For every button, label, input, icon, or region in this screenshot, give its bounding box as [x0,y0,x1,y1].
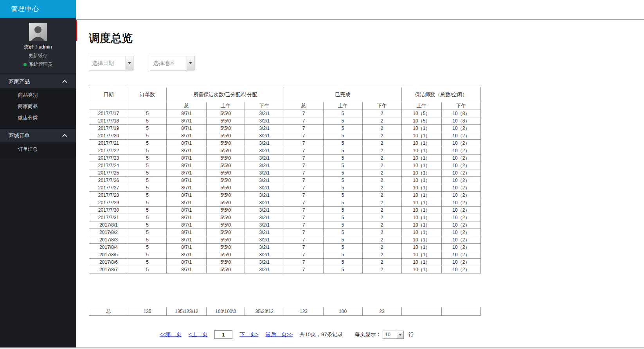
table-cell: 10（2） [441,244,480,251]
sidebar-item-microshop-category[interactable]: 微店分类 [0,112,76,124]
table-cell: 5\5\0 [207,266,245,273]
table-cell: 7 [284,169,323,177]
chevron-up-icon [62,80,67,85]
table-cell: 2 [362,147,401,155]
table-cell: 5 [128,177,167,184]
next-page-link[interactable]: 下一页> [239,331,258,338]
chevron-down-icon[interactable] [187,56,194,70]
table-cell: 10（8） [441,117,480,125]
table-row: 2017/7/1958\7\15\5\03\2\175210（1）10（2） [89,125,481,132]
table-row: 2017/7/2058\7\15\5\03\2\175210（1）10（2） [89,132,481,140]
col-header-completed: 已完成 [284,87,401,102]
refresh-cache-link[interactable]: 更新缓存 [0,52,76,59]
table-cell: 5 [323,221,362,229]
table-cell: 8\7\1 [167,207,207,214]
table-cell: 2017/7/26 [89,177,128,184]
table-cell: 8\7\1 [167,184,207,192]
table-cell: 5\5\0 [207,132,245,140]
first-page-link[interactable]: <<第一页 [160,331,182,338]
sidebar-item-product-category[interactable]: 商品类别 [0,90,76,101]
sidebar-item-order-summary[interactable]: 订单汇总 [0,144,76,155]
table-cell: 8\7\1 [167,244,207,251]
table-cell: 10（2） [441,162,480,169]
last-page-link[interactable]: 最后一页>> [266,331,293,338]
table-cell: 2017/8/1 [89,221,128,229]
totals-cell [401,307,441,316]
chevron-up-icon [62,134,67,139]
submenu-mall-orders: 订单汇总 [0,143,76,157]
table-cell: 5 [128,125,167,132]
table-cell: 10（2） [441,132,480,140]
table-cell: 10（2） [441,140,480,147]
totals-cell: 135 [128,307,167,316]
app-window: 管理中心 您好！admin 更新缓存 系统管理员 [0,0,644,349]
date-filter-select[interactable]: 选择日期 [89,56,133,70]
table-cell: 5 [323,184,362,192]
horizontal-scrollbar[interactable] [0,347,644,349]
table-cell: 7 [284,147,323,155]
table-row: 2017/7/2558\7\15\5\03\2\175210（1）10（2） [89,169,481,177]
sidebar-item-mall-orders[interactable]: 商城订单 [0,128,76,143]
table-cell: 7 [284,266,323,273]
table-cell: 5\5\0 [207,229,245,236]
chevron-down-icon[interactable] [397,331,403,338]
table-cell: 2 [362,117,401,125]
table-cell: 5 [323,192,362,199]
table-cell: 7 [284,214,323,221]
table-cell: 8\7\1 [167,117,207,125]
table-cell: 10（1） [401,221,441,229]
table-cell: 8\7\1 [167,192,207,199]
scrollbar-thumb[interactable] [76,20,77,41]
table-cell: 10（5） [401,117,441,125]
table-cell: 2017/7/25 [89,169,128,177]
per-page-select[interactable]: 10 [383,331,404,339]
table-cell: 10（1） [401,147,441,155]
table-cell: 5 [323,177,362,184]
table-cell: 2 [362,259,401,266]
table-cell: 7 [284,140,323,147]
table-cell: 2 [362,162,401,169]
prev-page-link[interactable]: <上一页 [189,331,207,338]
table-cell: 10（2） [441,214,480,221]
table-cell: 5 [128,229,167,236]
region-filter-select[interactable]: 选择地区 [150,56,194,70]
table-cell: 10（1） [401,177,441,184]
totals-table: 总 135 135\123\12 100\100\0 35\23\12 123 … [89,307,481,316]
totals-row: 总 135 135\123\12 100\100\0 35\23\12 123 … [89,307,481,316]
table-cell: 5\5\0 [207,199,245,207]
schedule-table-body: 2017/7/1758\7\15\5\03\2\175210（5）10（8）20… [89,110,481,273]
table-cell: 3\2\1 [245,117,284,125]
table-row: 2017/8/758\7\15\5\03\2\175210（1）10（2） [89,266,481,273]
table-cell: 5 [323,236,362,244]
table-cell: 2 [362,251,401,259]
col-subheader-total: 总 [284,102,323,110]
table-cell: 2017/7/31 [89,214,128,221]
table-cell: 7 [284,251,323,259]
table-cell: 10（2） [441,221,480,229]
table-cell: 3\2\1 [245,169,284,177]
table-row: 2017/7/2358\7\15\5\03\2\175210（1）10（2） [89,155,481,162]
table-cell: 5 [128,207,167,214]
table-cell: 3\2\1 [245,214,284,221]
avatar-image [29,23,47,41]
schedule-table: 日期 订单数 所需保洁次数\已分配\待分配 已完成 保洁师数（总数/空闲） 总 … [89,87,481,273]
table-row: 2017/8/158\7\15\5\03\2\175210（1）10（2） [89,221,481,229]
col-subheader-am: 上午 [401,102,441,110]
table-cell: 5 [323,266,362,273]
sidebar-item-merchant-products[interactable]: 商家产品 [0,74,76,89]
table-row: 2017/7/2458\7\15\5\03\2\175210（1）10（2） [89,162,481,169]
table-cell: 7 [284,132,323,140]
table-cell: 5\5\0 [207,214,245,221]
page-number-input[interactable] [214,330,232,339]
table-cell: 5 [323,244,362,251]
chevron-down-icon[interactable] [126,56,133,70]
table-cell: 10（2） [441,251,480,259]
online-status-icon [23,63,27,66]
table-cell: 8\7\1 [167,110,207,117]
table-cell: 2017/7/18 [89,117,128,125]
sidebar-item-merchant-goods[interactable]: 商家商品 [0,101,76,112]
col-subheader-am: 上午 [207,102,245,110]
table-cell: 8\7\1 [167,162,207,169]
table-cell: 10（1） [401,140,441,147]
sidebar-nav: 商家产品 商品类别 商家商品 微店分类 商城订单 订单汇总 [0,74,76,157]
